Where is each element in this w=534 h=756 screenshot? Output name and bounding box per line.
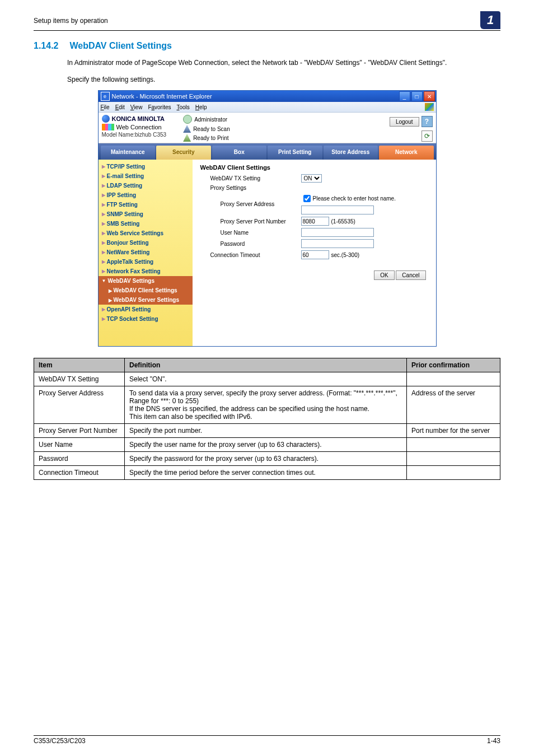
proxy-port-label: Proxy Server Port Number [200, 218, 301, 225]
footer-right: 1-43 [487, 737, 500, 745]
proxy-address-input[interactable] [301, 206, 374, 214]
section-number: 1.14.2 [34, 41, 67, 51]
cell-prior: Port number for the server [407, 424, 500, 438]
model-name: Model Name:bizhub C353 [102, 132, 167, 138]
section-heading: 1.14.2 WebDAV Client Settings [34, 41, 500, 51]
th-prior: Prior confirmation [407, 358, 500, 372]
hostname-checkbox[interactable] [303, 195, 311, 202]
sidebar-item-smb[interactable]: ▶SMB Setting [99, 219, 193, 228]
tab-store-address[interactable]: Store Address [324, 146, 378, 160]
cell-item: User Name [34, 438, 125, 452]
sidebar-item-snmp[interactable]: ▶SNMP Setting [99, 209, 193, 219]
sidebar-item-openapi[interactable]: ▶OpenAPI Setting [99, 305, 193, 314]
sidebar-sub-webdav-client[interactable]: ▶WebDAV Client Settings [99, 286, 193, 295]
refresh-button[interactable]: ⟳ [421, 130, 433, 142]
password-label: Password [200, 241, 301, 247]
cell-item: Connection Timeout [34, 466, 125, 480]
km-logo-icon [102, 115, 110, 123]
ie-icon: e [101, 92, 110, 101]
running-head-text: Setup items by operation [34, 11, 108, 25]
cell-item: Proxy Server Address [34, 386, 125, 424]
menu-file[interactable]: File [101, 104, 110, 110]
sidebar-item-tcpsocket[interactable]: ▶TCP Socket Setting [99, 314, 193, 324]
window-maximize-button[interactable]: □ [411, 91, 423, 101]
cell-definition: Specify the user name for the proxy serv… [125, 438, 407, 452]
proxy-port-range: (1-65535) [331, 218, 355, 225]
sidebar-sub-webdav-server[interactable]: ▶WebDAV Server Settings [99, 295, 193, 305]
menu-edit[interactable]: Edit [115, 104, 125, 110]
proxy-port-input[interactable] [301, 217, 329, 226]
sidebar-item-bonjour[interactable]: ▶Bonjour Setting [99, 238, 193, 248]
cancel-button[interactable]: Cancel [396, 270, 425, 280]
timeout-input[interactable] [301, 250, 329, 259]
cell-definition: Specify the time period before the serve… [125, 466, 407, 480]
th-definition: Definition [125, 358, 407, 372]
tab-box[interactable]: Box [212, 146, 267, 160]
sidebar-item-webdav[interactable]: ▼WebDAV Settings [99, 276, 193, 286]
window-title: Network - Microsoft Internet Explorer [112, 93, 212, 100]
menu-tools[interactable]: Tools [177, 104, 190, 110]
menu-help[interactable]: Help [195, 104, 207, 110]
running-head: Setup items by operation 1 [34, 11, 500, 31]
sidebar-item-webservice[interactable]: ▶Web Service Settings [99, 228, 193, 238]
tx-setting-select[interactable]: ON [301, 174, 322, 183]
screenshot-window: e Network - Microsoft Internet Explorer … [98, 90, 437, 347]
cell-item: Password [34, 452, 125, 466]
cell-prior: Address of the server [407, 386, 500, 424]
tab-network[interactable]: Network [379, 146, 434, 160]
cell-definition: Specify the port number. [125, 424, 407, 438]
hostname-check-label: Please check to enter host name. [313, 195, 396, 202]
cell-prior [407, 466, 500, 480]
username-label: User Name [200, 230, 301, 236]
cell-prior [407, 452, 500, 466]
sidebar-item-tcpip[interactable]: ▶TCP/IP Setting [99, 162, 193, 171]
table-row: User NameSpecify the user name for the p… [34, 438, 500, 452]
tab-maintenance[interactable]: Maintenance [101, 146, 156, 160]
tx-setting-label: WebDAV TX Setting [200, 175, 301, 181]
help-button[interactable]: ? [421, 116, 433, 127]
sidebar-item-email[interactable]: ▶E-mail Setting [99, 171, 193, 181]
window-minimize-button[interactable]: _ [399, 91, 410, 101]
page-footer: C353/C253/C203 1-43 [34, 735, 500, 745]
table-row: Proxy Server AddressTo send data via a p… [34, 386, 500, 424]
product-name: Web Connection [116, 124, 162, 130]
ie-menubar: File Edit View Favorites Tools Help [99, 102, 436, 113]
sidebar-item-netware[interactable]: ▶NetWare Setting [99, 248, 193, 257]
footer-left: C353/C253/C203 [34, 737, 86, 745]
status-scan: Ready to Scan [193, 126, 230, 132]
table-row: PasswordSpecify the password for the pro… [34, 452, 500, 466]
chapter-badge: 1 [480, 11, 500, 29]
table-row: Proxy Server Port NumberSpecify the port… [34, 424, 500, 438]
sidebar-item-appletalk[interactable]: ▶AppleTalk Setting [99, 257, 193, 267]
window-close-button[interactable]: ✕ [424, 91, 435, 101]
logout-button[interactable]: Logout [390, 117, 419, 127]
printer-icon [183, 134, 191, 142]
km-logo: KONICA MINOLTA [102, 115, 167, 123]
sidebar-item-ftp[interactable]: ▶FTP Setting [99, 200, 193, 209]
th-item: Item [34, 358, 125, 372]
cell-prior [407, 372, 500, 386]
sidebar-item-networkfax[interactable]: ▶Network Fax Setting [99, 267, 193, 276]
status-print: Ready to Print [193, 135, 228, 141]
wc-sidebar: ▶TCP/IP Setting ▶E-mail Setting ▶LDAP Se… [99, 160, 193, 346]
intro-para-1: In Administrator mode of PageScope Web C… [67, 58, 500, 68]
tab-security[interactable]: Security [156, 146, 211, 160]
pagescope-icon [102, 124, 114, 130]
product-name-row: Web Connection [102, 124, 167, 130]
ok-button[interactable]: OK [374, 270, 394, 280]
menu-favorites[interactable]: Favorites [148, 104, 171, 110]
table-row: WebDAV TX SettingSelect "ON". [34, 372, 500, 386]
user-icon [183, 115, 192, 124]
username-input[interactable] [301, 228, 374, 237]
wc-tabs: Maintenance Security Box Print Setting S… [99, 143, 436, 160]
tab-print-setting[interactable]: Print Setting [268, 146, 322, 160]
form-title: WebDAV Client Settings [200, 164, 430, 171]
menu-view[interactable]: View [130, 104, 143, 110]
window-titlebar: e Network - Microsoft Internet Explorer … [99, 91, 436, 102]
sidebar-item-ipp[interactable]: ▶IPP Setting [99, 190, 193, 200]
ie-throbber-icon [425, 103, 434, 111]
timeout-label: Connection Timeout [200, 252, 301, 258]
sidebar-item-ldap[interactable]: ▶LDAP Setting [99, 181, 193, 190]
password-input[interactable] [301, 239, 374, 248]
wc-header: KONICA MINOLTA Web Connection Model Name… [99, 113, 436, 143]
